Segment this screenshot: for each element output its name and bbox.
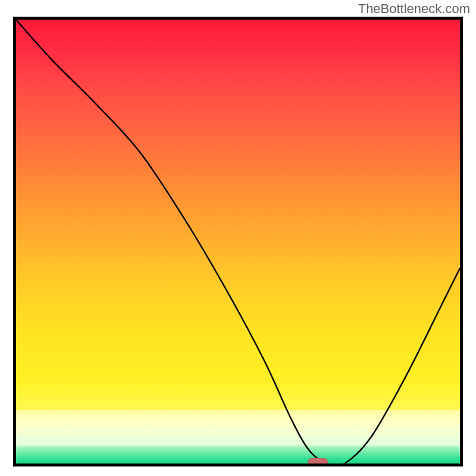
bottleneck-marker <box>308 458 328 466</box>
page-container: TheBottleneck.com <box>0 0 476 476</box>
watermark-text: TheBottleneck.com <box>358 1 470 17</box>
plot-frame <box>13 17 463 466</box>
chart-curve <box>16 20 460 464</box>
